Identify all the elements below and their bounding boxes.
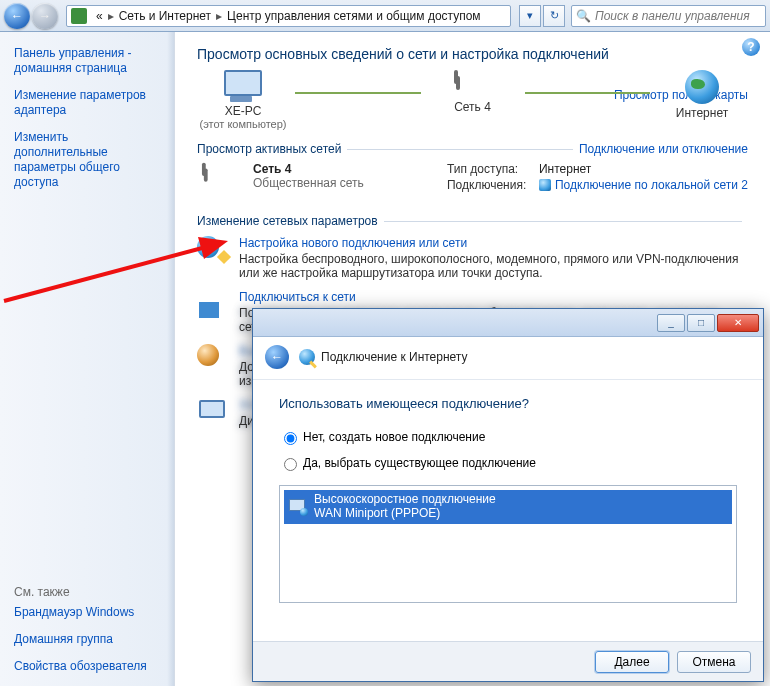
connection-link[interactable]: Подключение по локальной сети 2 — [555, 178, 748, 192]
control-panel-icon — [71, 8, 87, 24]
refresh-button[interactable]: ↻ — [543, 5, 565, 27]
connect-network-icon — [197, 290, 231, 318]
task-link[interactable]: Подключиться к сети — [239, 290, 748, 304]
breadcrumb-history-button[interactable]: ▾ — [519, 5, 541, 27]
value-access-type: Интернет — [539, 162, 591, 176]
sidebar-see-also-heading: См. также — [14, 585, 164, 599]
sidebar-link-firewall[interactable]: Брандмауэр Windows — [14, 605, 164, 620]
network-category-icon — [197, 162, 243, 196]
address-bar: ← → « ▸ Сеть и Интернет ▸ Центр управлен… — [0, 0, 770, 32]
diagram-connector — [289, 78, 427, 110]
connect-disconnect-link[interactable]: Подключение или отключение — [579, 142, 748, 156]
search-placeholder: Поиск в панели управления — [595, 9, 750, 23]
label-access-type: Тип доступа: — [447, 162, 539, 176]
dialog-header: ← Подключение к Интернету — [253, 337, 763, 380]
radio-use-existing[interactable]: Да, выбрать существующее подключение — [279, 455, 737, 471]
troubleshoot-icon — [197, 398, 231, 426]
sidebar-link-adapter-settings[interactable]: Изменение параметров адаптера — [14, 88, 164, 118]
breadcrumb-seg-sharing-center[interactable]: Центр управления сетями и общим доступом — [224, 9, 484, 23]
nav-back-button[interactable]: ← — [4, 3, 30, 29]
list-item[interactable]: Высокоскоростное подключение WAN Minipor… — [284, 490, 732, 524]
wizard-question: Использовать имеющееся подключение? — [279, 396, 737, 411]
connect-to-internet-dialog: _ □ ✕ ← Подключение к Интернету Использо… — [252, 308, 764, 682]
task-setup-new-connection[interactable]: Настройка нового подключения или сети На… — [197, 236, 748, 280]
nav-forward-button[interactable]: → — [32, 3, 58, 29]
pc-name: XE-PC — [197, 104, 289, 118]
help-icon[interactable]: ? — [742, 38, 760, 56]
sidebar: Панель управления - домашняя страница Из… — [0, 32, 175, 686]
close-button[interactable]: ✕ — [717, 314, 759, 332]
internet-wizard-icon — [299, 349, 315, 365]
existing-connections-list[interactable]: Высокоскоростное подключение WAN Minipor… — [279, 485, 737, 603]
dialog-footer: Далее Отмена — [253, 641, 763, 681]
sidebar-link-homegroup[interactable]: Домашняя группа — [14, 632, 164, 647]
page-title: Просмотр основных сведений о сети и наст… — [197, 46, 748, 62]
section-change-settings: Изменение сетевых параметров — [197, 214, 748, 228]
label-connections: Подключения: — [447, 178, 539, 192]
diagram-node-network[interactable]: Сеть 4 — [427, 70, 519, 114]
broadband-connection-icon — [288, 498, 308, 516]
homegroup-icon — [197, 344, 231, 372]
radio-label: Да, выбрать существующее подключение — [303, 456, 536, 470]
chevron-right-icon: ▸ — [106, 9, 116, 23]
sidebar-link-internet-options[interactable]: Свойства обозревателя — [14, 659, 164, 674]
network-name: Сеть 4 — [427, 100, 519, 114]
active-network-type-link[interactable]: Общественная сеть — [253, 176, 364, 190]
radio-input[interactable] — [284, 432, 297, 445]
section-title: Просмотр активных сетей — [197, 142, 341, 156]
section-active-networks: Просмотр активных сетей Подключение или … — [197, 142, 748, 156]
globe-icon — [685, 70, 719, 104]
breadcrumb-seg-network[interactable]: Сеть и Интернет — [116, 9, 214, 23]
task-desc: Настройка беспроводного, широкополосного… — [239, 252, 748, 280]
minimize-button[interactable]: _ — [657, 314, 685, 332]
radio-input[interactable] — [284, 458, 297, 471]
sidebar-link-advanced-sharing[interactable]: Изменить дополнительные параметры общего… — [14, 130, 164, 190]
breadcrumb[interactable]: « ▸ Сеть и Интернет ▸ Центр управления с… — [66, 5, 511, 27]
dialog-body: Использовать имеющееся подключение? Нет,… — [253, 380, 763, 613]
search-icon: 🔍 — [576, 9, 591, 23]
diagram-node-this-pc[interactable]: XE-PC (этот компьютер) — [197, 70, 289, 130]
bench-icon — [450, 70, 496, 98]
internet-label: Интернет — [656, 106, 748, 120]
list-item-subtitle: WAN Miniport (PPPOE) — [314, 507, 496, 521]
radio-label: Нет, создать новое подключение — [303, 430, 485, 444]
search-input[interactable]: 🔍 Поиск в панели управления — [571, 5, 766, 27]
radio-create-new[interactable]: Нет, создать новое подключение — [279, 429, 737, 445]
section-title: Изменение сетевых параметров — [197, 214, 378, 228]
next-button[interactable]: Далее — [595, 651, 669, 673]
diagram-connector — [519, 78, 657, 110]
wizard-back-button[interactable]: ← — [265, 345, 289, 369]
cancel-button[interactable]: Отмена — [677, 651, 751, 673]
active-network-row: Сеть 4 Общественная сеть Тип доступа: Ин… — [197, 162, 748, 196]
list-item-title: Высокоскоростное подключение — [314, 493, 496, 507]
breadcrumb-root[interactable]: « — [93, 9, 106, 23]
wizard-title: Подключение к Интернету — [321, 350, 468, 364]
sidebar-link-home[interactable]: Панель управления - домашняя страница — [14, 46, 164, 76]
task-link[interactable]: Настройка нового подключения или сети — [239, 236, 748, 250]
chevron-right-icon: ▸ — [214, 9, 224, 23]
active-network-name: Сеть 4 — [253, 162, 364, 176]
maximize-button[interactable]: □ — [687, 314, 715, 332]
computer-icon — [223, 70, 263, 102]
dialog-titlebar[interactable]: _ □ ✕ — [253, 309, 763, 337]
new-connection-icon — [197, 236, 231, 264]
connection-icon — [539, 179, 551, 191]
pc-subtitle: (этот компьютер) — [197, 118, 289, 130]
